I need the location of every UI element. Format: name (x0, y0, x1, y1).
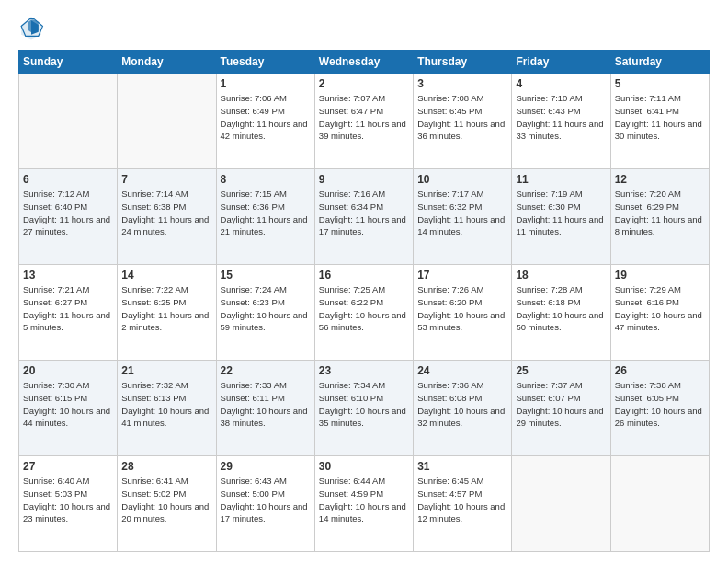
calendar-day-cell (118, 74, 216, 169)
day-info: Sunrise: 7:12 AM Sunset: 6:40 PM Dayligh… (23, 188, 113, 238)
calendar-day-cell: 21Sunrise: 7:32 AM Sunset: 6:13 PM Dayli… (118, 361, 216, 456)
calendar-day-cell: 18Sunrise: 7:28 AM Sunset: 6:18 PM Dayli… (512, 265, 610, 361)
day-info: Sunrise: 7:26 AM Sunset: 6:20 PM Dayligh… (417, 283, 507, 334)
day-info: Sunrise: 7:08 AM Sunset: 6:45 PM Dayligh… (417, 92, 507, 143)
calendar-day-cell: 1Sunrise: 7:06 AM Sunset: 6:49 PM Daylig… (216, 74, 314, 169)
day-info: Sunrise: 7:36 AM Sunset: 6:08 PM Dayligh… (417, 379, 507, 430)
day-number: 16 (319, 269, 409, 282)
day-info: Sunrise: 6:40 AM Sunset: 5:03 PM Dayligh… (23, 475, 113, 525)
day-info: Sunrise: 6:45 AM Sunset: 4:57 PM Dayligh… (417, 475, 507, 525)
day-number: 22 (221, 364, 311, 377)
day-number: 6 (23, 173, 113, 186)
day-info: Sunrise: 6:43 AM Sunset: 5:00 PM Dayligh… (221, 475, 311, 525)
weekday-header: Friday (512, 51, 610, 74)
day-info: Sunrise: 6:44 AM Sunset: 4:59 PM Dayligh… (319, 475, 409, 525)
day-number: 23 (319, 364, 409, 377)
calendar-day-cell: 3Sunrise: 7:08 AM Sunset: 6:45 PM Daylig… (414, 74, 512, 169)
calendar-day-cell: 28Sunrise: 6:41 AM Sunset: 5:02 PM Dayli… (118, 456, 216, 552)
day-number: 9 (319, 173, 409, 186)
calendar-week-row: 27Sunrise: 6:40 AM Sunset: 5:03 PM Dayli… (19, 456, 710, 552)
calendar-day-cell: 4Sunrise: 7:10 AM Sunset: 6:43 PM Daylig… (512, 74, 610, 169)
day-number: 21 (121, 364, 211, 377)
calendar-day-cell: 15Sunrise: 7:24 AM Sunset: 6:23 PM Dayli… (216, 265, 314, 361)
day-info: Sunrise: 7:22 AM Sunset: 6:25 PM Dayligh… (121, 283, 211, 334)
day-number: 14 (121, 269, 211, 282)
day-number: 28 (121, 460, 211, 473)
calendar-day-cell: 27Sunrise: 6:40 AM Sunset: 5:03 PM Dayli… (19, 456, 118, 552)
day-info: Sunrise: 7:21 AM Sunset: 6:27 PM Dayligh… (23, 283, 113, 334)
day-info: Sunrise: 6:41 AM Sunset: 5:02 PM Dayligh… (121, 475, 211, 525)
calendar-day-cell: 31Sunrise: 6:45 AM Sunset: 4:57 PM Dayli… (414, 456, 512, 552)
weekday-header: Saturday (610, 51, 709, 74)
day-number: 15 (221, 269, 311, 282)
day-number: 25 (516, 364, 606, 377)
calendar-day-cell: 10Sunrise: 7:17 AM Sunset: 6:32 PM Dayli… (414, 169, 512, 265)
calendar-day-cell: 19Sunrise: 7:29 AM Sunset: 6:16 PM Dayli… (610, 265, 709, 361)
day-info: Sunrise: 7:17 AM Sunset: 6:32 PM Dayligh… (417, 188, 507, 238)
day-info: Sunrise: 7:11 AM Sunset: 6:41 PM Dayligh… (615, 92, 705, 143)
day-info: Sunrise: 7:28 AM Sunset: 6:18 PM Dayligh… (516, 283, 606, 334)
day-number: 8 (221, 173, 311, 186)
calendar-week-row: 13Sunrise: 7:21 AM Sunset: 6:27 PM Dayli… (19, 265, 710, 361)
day-info: Sunrise: 7:33 AM Sunset: 6:11 PM Dayligh… (221, 379, 311, 430)
day-info: Sunrise: 7:34 AM Sunset: 6:10 PM Dayligh… (319, 379, 409, 430)
calendar-day-cell (512, 456, 610, 552)
calendar-day-cell: 20Sunrise: 7:30 AM Sunset: 6:15 PM Dayli… (19, 361, 118, 456)
day-number: 11 (516, 173, 606, 186)
calendar-day-cell: 24Sunrise: 7:36 AM Sunset: 6:08 PM Dayli… (414, 361, 512, 456)
calendar-day-cell (19, 74, 118, 169)
calendar-day-cell: 22Sunrise: 7:33 AM Sunset: 6:11 PM Dayli… (216, 361, 314, 456)
calendar-week-row: 20Sunrise: 7:30 AM Sunset: 6:15 PM Dayli… (19, 361, 710, 456)
weekday-header: Sunday (19, 51, 118, 74)
calendar-day-cell: 12Sunrise: 7:20 AM Sunset: 6:29 PM Dayli… (610, 169, 709, 265)
day-number: 7 (121, 173, 211, 186)
calendar-day-cell: 26Sunrise: 7:38 AM Sunset: 6:05 PM Dayli… (610, 361, 709, 456)
day-info: Sunrise: 7:10 AM Sunset: 6:43 PM Dayligh… (516, 92, 606, 143)
day-number: 26 (615, 364, 705, 377)
weekday-header: Monday (118, 51, 216, 74)
day-number: 20 (23, 364, 113, 377)
day-number: 10 (417, 173, 507, 186)
calendar-table: SundayMondayTuesdayWednesdayThursdayFrid… (18, 50, 710, 552)
day-number: 4 (516, 77, 606, 90)
day-number: 12 (615, 173, 705, 186)
day-number: 5 (615, 77, 705, 90)
day-info: Sunrise: 7:30 AM Sunset: 6:15 PM Dayligh… (23, 379, 113, 430)
day-info: Sunrise: 7:29 AM Sunset: 6:16 PM Dayligh… (615, 283, 705, 334)
calendar-day-cell: 14Sunrise: 7:22 AM Sunset: 6:25 PM Dayli… (118, 265, 216, 361)
day-number: 18 (516, 269, 606, 282)
calendar-header-row: SundayMondayTuesdayWednesdayThursdayFrid… (19, 51, 710, 74)
weekday-header: Tuesday (216, 51, 314, 74)
calendar-week-row: 6Sunrise: 7:12 AM Sunset: 6:40 PM Daylig… (19, 169, 710, 265)
day-number: 2 (319, 77, 409, 90)
calendar-day-cell: 8Sunrise: 7:15 AM Sunset: 6:36 PM Daylig… (216, 169, 314, 265)
day-info: Sunrise: 7:32 AM Sunset: 6:13 PM Dayligh… (121, 379, 211, 430)
calendar-day-cell: 2Sunrise: 7:07 AM Sunset: 6:47 PM Daylig… (314, 74, 413, 169)
day-number: 31 (417, 460, 507, 473)
day-info: Sunrise: 7:38 AM Sunset: 6:05 PM Dayligh… (615, 379, 705, 430)
day-info: Sunrise: 7:06 AM Sunset: 6:49 PM Dayligh… (221, 92, 311, 143)
header (18, 15, 710, 40)
calendar-day-cell: 16Sunrise: 7:25 AM Sunset: 6:22 PM Dayli… (314, 265, 413, 361)
day-info: Sunrise: 7:16 AM Sunset: 6:34 PM Dayligh… (319, 188, 409, 238)
day-number: 3 (417, 77, 507, 90)
calendar-day-cell: 30Sunrise: 6:44 AM Sunset: 4:59 PM Dayli… (314, 456, 413, 552)
day-info: Sunrise: 7:20 AM Sunset: 6:29 PM Dayligh… (615, 188, 705, 238)
calendar-day-cell: 13Sunrise: 7:21 AM Sunset: 6:27 PM Dayli… (19, 265, 118, 361)
day-info: Sunrise: 7:15 AM Sunset: 6:36 PM Dayligh… (221, 188, 311, 238)
calendar-week-row: 1Sunrise: 7:06 AM Sunset: 6:49 PM Daylig… (19, 74, 710, 169)
day-info: Sunrise: 7:14 AM Sunset: 6:38 PM Dayligh… (121, 188, 211, 238)
day-number: 19 (615, 269, 705, 282)
calendar-day-cell: 29Sunrise: 6:43 AM Sunset: 5:00 PM Dayli… (216, 456, 314, 552)
page: SundayMondayTuesdayWednesdayThursdayFrid… (0, 0, 728, 563)
calendar-day-cell: 7Sunrise: 7:14 AM Sunset: 6:38 PM Daylig… (118, 169, 216, 265)
calendar-day-cell: 17Sunrise: 7:26 AM Sunset: 6:20 PM Dayli… (414, 265, 512, 361)
day-info: Sunrise: 7:37 AM Sunset: 6:07 PM Dayligh… (516, 379, 606, 430)
day-info: Sunrise: 7:25 AM Sunset: 6:22 PM Dayligh… (319, 283, 409, 334)
logo (18, 15, 48, 40)
day-number: 29 (221, 460, 311, 473)
day-number: 13 (23, 269, 113, 282)
day-info: Sunrise: 7:19 AM Sunset: 6:30 PM Dayligh… (516, 188, 606, 238)
calendar-day-cell: 25Sunrise: 7:37 AM Sunset: 6:07 PM Dayli… (512, 361, 610, 456)
day-number: 1 (221, 77, 311, 90)
